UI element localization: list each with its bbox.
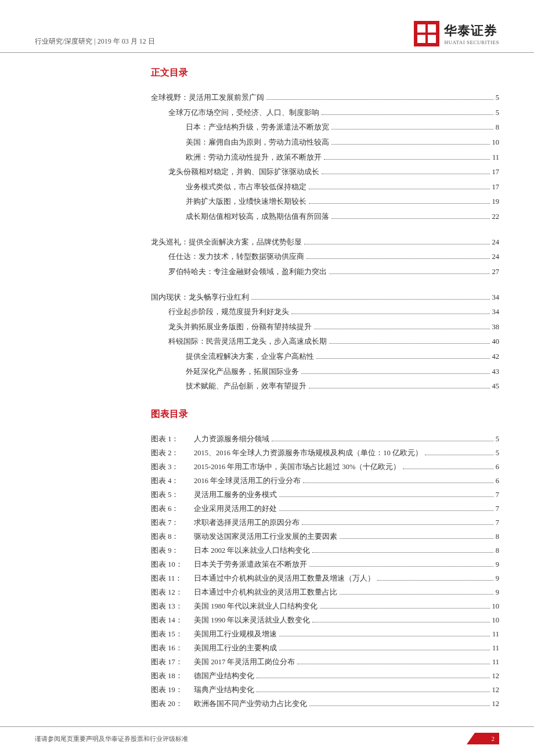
figure-entry-prefix: 图表 4： <box>151 474 194 488</box>
toc-entry[interactable]: 国内现状：龙头畅享行业红利34 <box>151 290 499 305</box>
figure-entry[interactable]: 图表 7：求职者选择灵活用工的原因分布7 <box>151 516 499 530</box>
leader-dots <box>312 552 493 553</box>
figure-entry[interactable]: 图表 19：瑞典产业结构变化12 <box>151 683 499 697</box>
toc-entry-label: 提供全流程解决方案，企业客户高粘性 <box>186 350 314 365</box>
leader-dots <box>322 114 493 115</box>
toc-entry[interactable]: 提供全流程解决方案，企业客户高粘性42 <box>151 350 499 365</box>
page-footer: 谨请参阅尾页重要声明及华泰证券股票和行业评级标准 2 <box>0 726 534 756</box>
figure-entry[interactable]: 图表 20：欧洲各国不同产业劳动力占比变化12 <box>151 697 499 711</box>
leader-dots <box>279 510 493 511</box>
toc-entry[interactable]: 罗伯特哈夫：专注金融财会领域，盈利能力突出27 <box>151 265 499 280</box>
toc-entry[interactable]: 龙头份额相对稳定，并购、国际扩张驱动成长17 <box>151 165 499 180</box>
figure-entry-prefix: 图表 19： <box>151 683 194 697</box>
figure-entry-page: 8 <box>496 543 499 557</box>
toc-entry-label: 美国：雇佣自由为原则，劳动力流动性较高 <box>186 135 329 150</box>
figure-entry[interactable]: 图表 6：企业采用灵活用工的好处7 <box>151 502 499 516</box>
figure-entry[interactable]: 图表 11：日本通过中介机构就业的灵活用工数量及增速（万人）9 <box>151 571 499 585</box>
figure-entry-title: 灵活用工服务的业务模式 <box>194 488 277 502</box>
figure-entry[interactable]: 图表 9：日本 2002 年以来就业人口结构变化8 <box>151 543 499 557</box>
figure-entry-prefix: 图表 3： <box>151 460 194 474</box>
toc-entry[interactable]: 欧洲：劳动力流动性提升，政策不断放开11 <box>151 150 499 165</box>
toc-entry[interactable]: 全球视野：灵活用工发展前景广阔5 <box>151 91 499 106</box>
content-area: 正文目录 全球视野：灵活用工发展前景广阔5全球万亿市场空间，受经济、人口、制度影… <box>0 67 534 711</box>
figure-entry[interactable]: 图表 13：美国 1980 年代以来就业人口结构变化10 <box>151 599 499 613</box>
leader-dots <box>301 373 490 374</box>
page-number-badge: 2 <box>467 733 499 744</box>
toc-entry[interactable]: 成长期估值相对较高，成熟期估值有所回落22 <box>151 210 499 225</box>
leader-dots <box>329 273 490 274</box>
figure-entry-page: 9 <box>496 585 499 599</box>
figure-entry[interactable]: 图表 4：2016 年全球灵活用工的行业分布6 <box>151 474 499 488</box>
toc-entry[interactable]: 业务模式类似，市占率较低保持稳定17 <box>151 180 499 195</box>
toc-entry-page: 45 <box>492 379 500 394</box>
figure-entry[interactable]: 图表 12：日本通过中介机构就业的灵活用工数量占比9 <box>151 585 499 599</box>
toc-entry[interactable]: 龙头并购拓展业务版图，份额有望持续提升38 <box>151 320 499 335</box>
list-of-figures: 图表 1：人力资源服务细分领域5图表 2：2015、2016 年全球人力资源服务… <box>151 432 499 711</box>
toc-entry-page: 5 <box>496 91 499 106</box>
toc-entry-page: 5 <box>496 106 499 121</box>
toc-entry-label: 日本：产业结构升级，劳务派遣法不断放宽 <box>186 120 329 135</box>
toc-entry[interactable]: 行业起步阶段，规范度提升利好龙头34 <box>151 305 499 320</box>
table-of-contents: 全球视野：灵活用工发展前景广阔5全球万亿市场空间，受经济、人口、制度影响5日本：… <box>151 91 499 394</box>
figure-entry-prefix: 图表 12： <box>151 585 194 599</box>
toc-entry[interactable]: 龙头巡礼：提供全面解决方案，品牌优势彰显24 <box>151 235 499 250</box>
figure-entry-title: 欧洲各国不同产业劳动力占比变化 <box>194 697 307 711</box>
figure-entry[interactable]: 图表 3：2015-2016 年用工市场中，美国市场占比超过 30%（十亿欧元）… <box>151 460 499 474</box>
figure-entry[interactable]: 图表 15：美国用工行业规模及增速11 <box>151 627 499 641</box>
figure-entry-title: 企业采用灵活用工的好处 <box>194 502 277 516</box>
leader-dots <box>312 622 489 622</box>
figure-entry-prefix: 图表 8： <box>151 530 194 543</box>
toc-entry[interactable]: 技术赋能、产品创新，效率有望提升45 <box>151 379 499 394</box>
toc-entry-page: 34 <box>492 290 500 305</box>
figure-entry-title: 美国用工行业的主要构成 <box>194 641 277 655</box>
toc-entry-label: 龙头份额相对稳定，并购、国际扩张驱动成长 <box>168 165 319 180</box>
figure-entry-title: 瑞典产业结构变化 <box>194 683 254 697</box>
figure-entry[interactable]: 图表 8：驱动发达国家灵活用工行业发展的主要因素8 <box>151 530 499 543</box>
leader-dots <box>291 314 490 314</box>
toc-entry[interactable]: 美国：雇佣自由为原则，劳动力流动性较高10 <box>151 135 499 150</box>
toc-entry-page: 10 <box>492 135 500 150</box>
leader-dots <box>302 524 493 525</box>
toc-entry-label: 龙头巡礼：提供全面解决方案，品牌优势彰显 <box>151 235 302 250</box>
toc-entry-label: 全球视野：灵活用工发展前景广阔 <box>151 91 264 106</box>
leader-dots <box>320 608 489 609</box>
toc-entry[interactable]: 科锐国际：民营灵活用工龙头，步入高速成长期40 <box>151 334 499 350</box>
figure-entry[interactable]: 图表 5：灵活用工服务的业务模式7 <box>151 488 499 502</box>
toc-entry[interactable]: 外延深化产品服务，拓展国际业务43 <box>151 365 499 380</box>
toc-entry[interactable]: 全球万亿市场空间，受经济、人口、制度影响5 <box>151 106 499 121</box>
figure-entry[interactable]: 图表 18：德国产业结构变化12 <box>151 669 499 683</box>
toc-entry[interactable]: 任仕达：发力技术，转型数据驱动供应商24 <box>151 250 499 265</box>
figure-entry-title: 美国 1980 年代以来就业人口结构变化 <box>194 599 317 613</box>
toc-entry-page: 11 <box>492 150 499 165</box>
toc-entry-page: 27 <box>492 265 500 280</box>
figure-entry-page: 10 <box>492 613 500 627</box>
figure-entry[interactable]: 图表 16：美国用工行业的主要构成11 <box>151 641 499 655</box>
figure-entry[interactable]: 图表 10：日本关于劳务派遣政策在不断放开9 <box>151 557 499 571</box>
figure-entry-page: 5 <box>496 432 499 446</box>
page-number: 2 <box>492 735 495 742</box>
toc-entry-page: 17 <box>492 180 500 195</box>
logo-text-en: HUATAI SECURITIES <box>444 39 499 45</box>
figure-entry[interactable]: 图表 1：人力资源服务细分领域5 <box>151 432 499 446</box>
figure-entry[interactable]: 图表 2：2015、2016 年全球人力资源服务市场规模及构成（单位：10 亿欧… <box>151 446 499 460</box>
leader-dots <box>257 692 490 692</box>
toc-entry-label: 行业起步阶段，规范度提升利好龙头 <box>168 305 289 320</box>
toc-entry-page: 43 <box>492 365 500 380</box>
figure-entry[interactable]: 图表 14：美国 1990 年以来灵活就业人数变化10 <box>151 613 499 627</box>
figure-entry-page: 6 <box>496 460 499 474</box>
figure-entry-title: 日本关于劳务派遣政策在不断放开 <box>194 557 307 571</box>
leader-dots <box>322 174 490 174</box>
toc-entry-label: 欧洲：劳动力流动性提升，政策不断放开 <box>186 150 322 165</box>
figure-entry-page: 12 <box>492 683 500 697</box>
toc-entry-label: 外延深化产品服务，拓展国际业务 <box>186 365 299 380</box>
figure-entry-title: 日本通过中介机构就业的灵活用工数量及增速（万人） <box>194 571 375 585</box>
leader-dots <box>272 441 493 441</box>
toc-entry[interactable]: 日本：产业结构升级，劳务派遣法不断放宽8 <box>151 120 499 135</box>
leader-dots <box>331 218 490 219</box>
figure-entry[interactable]: 图表 17：美国 2017 年灵活用工岗位分布11 <box>151 655 499 669</box>
figure-entry-title: 人力资源服务细分领域 <box>194 432 269 446</box>
leader-dots <box>279 496 493 497</box>
leader-dots <box>324 159 490 160</box>
figure-entry-title: 驱动发达国家灵活用工行业发展的主要因素 <box>194 530 337 543</box>
toc-entry[interactable]: 并购扩大版图，业绩快速增长期较长19 <box>151 195 499 210</box>
